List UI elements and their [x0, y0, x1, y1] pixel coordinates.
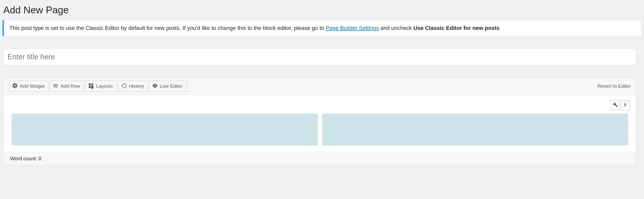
page-builder-toolbar: Add Widget Add Row Layouts History Live …: [4, 78, 636, 95]
title-input[interactable]: [3, 48, 636, 65]
undo-icon: [121, 83, 127, 90]
history-label: History: [129, 83, 144, 89]
row-controls: [610, 100, 630, 111]
layouts-button[interactable]: Layouts: [85, 81, 117, 92]
history-button[interactable]: History: [118, 81, 148, 92]
notice-text-pre: This post type is set to use the Classic…: [9, 25, 326, 31]
editor-notice: This post type is set to use the Classic…: [3, 20, 641, 36]
add-widget-label: Add Widget: [20, 83, 45, 89]
live-editor-button[interactable]: Live Editor: [149, 81, 187, 92]
wrench-icon: [613, 102, 618, 108]
grid-icon: [88, 83, 94, 90]
layouts-label: Layouts: [96, 83, 113, 89]
word-count-value: 0: [38, 156, 41, 161]
notice-text-mid: and uncheck: [379, 25, 413, 31]
add-row-button[interactable]: Add Row: [50, 81, 84, 92]
live-editor-label: Live Editor: [160, 83, 183, 89]
word-count-label: Word count:: [10, 156, 38, 161]
gear-icon: [12, 83, 18, 90]
builder-cell[interactable]: [12, 114, 318, 145]
builder-row[interactable]: [9, 114, 631, 145]
page-builder-canvas: [4, 95, 636, 152]
revert-to-editor-link[interactable]: Revert to Editor: [597, 83, 631, 89]
add-row-label: Add Row: [61, 83, 80, 89]
notice-text-bold: Use Classic Editor for new posts: [413, 25, 499, 31]
page-builder-editor: Add Widget Add Row Layouts History Live …: [3, 77, 636, 165]
builder-cell[interactable]: [322, 114, 628, 145]
menu-icon: [53, 83, 59, 90]
move-vertical-icon: [623, 102, 628, 108]
page-builder-settings-link[interactable]: Page Builder Settings: [326, 25, 379, 31]
statusbar: Word count: 0: [4, 152, 636, 165]
eye-icon: [152, 83, 158, 90]
page-title: Add New Page: [3, 0, 644, 20]
row-settings-button[interactable]: [610, 100, 620, 111]
add-widget-button[interactable]: Add Widget: [9, 81, 49, 92]
row-move-button[interactable]: [620, 100, 630, 111]
